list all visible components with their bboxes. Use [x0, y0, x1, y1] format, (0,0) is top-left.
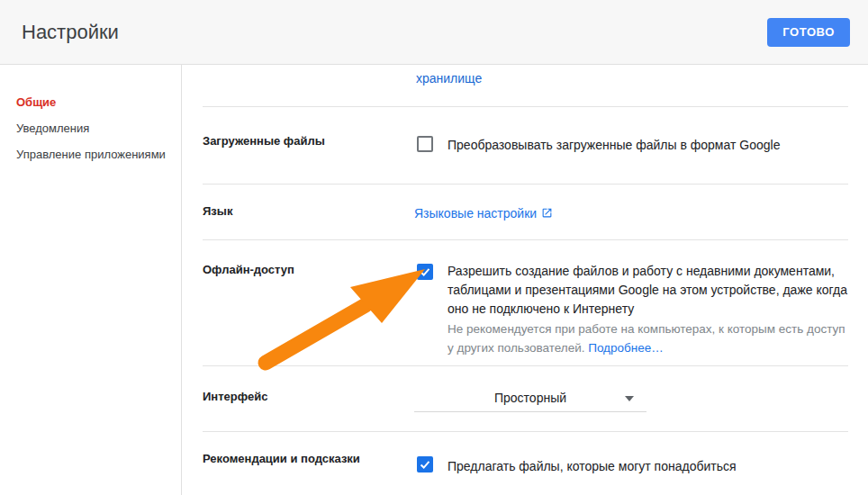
suggest-files-checkbox[interactable] — [417, 456, 433, 472]
open-in-new-icon — [541, 207, 553, 219]
row-offline: Офлайн-доступ Разрешить создание файлов … — [182, 240, 868, 366]
density-label: Интерфейс — [203, 390, 267, 404]
settings-sidebar: Общие Уведомления Управление приложениям… — [0, 65, 182, 495]
done-button[interactable]: ГОТОВО — [767, 18, 850, 47]
triangle-down-icon — [625, 396, 634, 401]
offline-text-block: Разрешить создание файлов и работу с нед… — [448, 262, 854, 357]
suggestions-label: Рекомендации и подсказки — [203, 452, 360, 466]
sidebar-item-general[interactable]: Общие — [0, 89, 181, 115]
settings-content: хранилище Загруженные файлы Преобразовыв… — [182, 65, 868, 495]
convert-uploads-checkbox[interactable] — [417, 136, 433, 152]
offline-note: Не рекомендуется при работе на компьютер… — [448, 320, 854, 357]
offline-checkbox-label[interactable]: Разрешить создание файлов и работу с нед… — [448, 262, 854, 319]
row-suggestions: Рекомендации и подсказки Предлагать файл… — [182, 432, 868, 495]
storage-link[interactable]: хранилище — [416, 71, 482, 86]
language-settings-link[interactable]: Языковые настройки — [414, 204, 553, 222]
checkmark-icon — [418, 457, 432, 472]
page-title: Настройки — [22, 0, 119, 64]
density-dropdown-value: Просторный — [494, 391, 566, 405]
density-dropdown[interactable]: Просторный — [414, 385, 646, 412]
learn-more-link[interactable]: Подробнее… — [588, 341, 664, 355]
offline-label: Офлайн-доступ — [203, 263, 294, 277]
row-language: Язык Языковые настройки — [182, 184, 868, 240]
row-uploads: Загруженные файлы Преобразовывать загруж… — [182, 107, 868, 184]
suggest-files-checkbox-label[interactable]: Предлагать файлы, которые могут понадоби… — [448, 458, 737, 474]
convert-uploads-checkbox-label[interactable]: Преобразовывать загруженные файлы в форм… — [448, 137, 780, 153]
settings-dialog: Настройки ГОТОВО Общие Уведомления Управ… — [0, 0, 868, 495]
uploads-label: Загруженные файлы — [203, 134, 325, 148]
offline-access-checkbox[interactable] — [417, 264, 433, 280]
language-settings-link-text: Языковые настройки — [414, 206, 537, 220]
sidebar-item-manage-apps[interactable]: Управление приложениями — [0, 141, 181, 167]
language-label: Язык — [203, 204, 232, 219]
checkmark-icon — [418, 265, 432, 279]
row-storage: хранилище — [182, 65, 868, 107]
sidebar-item-notifications[interactable]: Уведомления — [0, 115, 181, 141]
dialog-header: Настройки ГОТОВО — [0, 0, 868, 65]
row-density: Интерфейс Просторный — [182, 366, 868, 432]
